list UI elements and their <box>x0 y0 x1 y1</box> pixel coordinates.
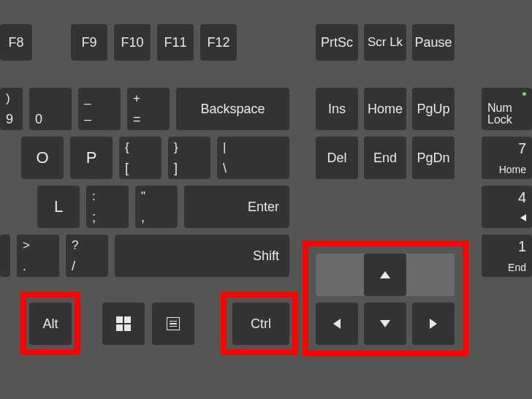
key-num4[interactable]: 4 <box>482 186 532 228</box>
key-del[interactable]: Del <box>316 137 358 179</box>
key-arrow-right[interactable] <box>412 303 455 345</box>
key-f11[interactable]: F11 <box>157 24 194 61</box>
key-period[interactable]: > . <box>17 235 59 277</box>
key-arrow-down[interactable] <box>364 303 406 345</box>
numlock-led-icon <box>522 92 526 96</box>
key-semicolon-bot: ; <box>92 210 96 224</box>
key-lbracket-top: { <box>125 141 129 153</box>
key-o[interactable]: O <box>21 137 64 179</box>
key-shift-left-frag[interactable] <box>0 235 10 277</box>
key-backspace[interactable]: Backspace <box>176 88 289 130</box>
key-pgup[interactable]: PgUp <box>412 88 455 130</box>
key-rbracket-top: } <box>174 141 178 153</box>
key-f8[interactable]: F8 <box>0 24 32 61</box>
key-9-top: ) <box>6 92 10 104</box>
key-num1[interactable]: 1 End <box>482 235 532 277</box>
key-equals-bot: = <box>133 113 141 126</box>
key-num7-bot: Home <box>499 164 526 175</box>
key-0-bot: 0 <box>35 113 42 126</box>
key-9[interactable]: ) 9 <box>0 88 23 130</box>
num4-left-arrow-icon <box>520 214 526 221</box>
key-lbracket[interactable]: { [ <box>119 137 162 179</box>
key-period-top: > <box>23 239 30 251</box>
key-numlock[interactable]: Num Lock <box>482 88 532 130</box>
key-slash-top: ? <box>72 239 78 251</box>
key-ins[interactable]: Ins <box>316 88 358 130</box>
key-rbracket-bot: ] <box>174 162 178 175</box>
key-minus[interactable]: _ – <box>78 88 121 130</box>
key-home[interactable]: Home <box>364 88 406 130</box>
key-arrow-left[interactable] <box>316 303 358 345</box>
key-numlock-top: Num <box>487 102 512 114</box>
key-menu[interactable] <box>152 303 194 345</box>
arrow-up-icon <box>380 271 390 278</box>
key-arrow-up[interactable] <box>364 254 406 296</box>
context-menu-icon <box>167 317 180 330</box>
key-num7[interactable]: 7 Home <box>482 137 532 179</box>
key-equals[interactable]: + = <box>127 88 170 130</box>
key-num7-top: 7 <box>518 141 526 156</box>
key-slash[interactable]: ? / <box>66 235 108 277</box>
key-9-bot: 9 <box>6 113 13 126</box>
key-semicolon-top: : <box>92 190 96 202</box>
key-backslash-bot: \ <box>223 162 227 175</box>
key-alt[interactable]: Alt <box>29 303 72 345</box>
windows-logo-icon <box>116 316 131 331</box>
key-shift[interactable]: Shift <box>115 235 289 277</box>
key-f9[interactable]: F9 <box>71 24 107 61</box>
key-ctrl[interactable]: Ctrl <box>232 303 289 345</box>
key-pgdn[interactable]: PgDn <box>412 137 455 179</box>
key-windows[interactable] <box>102 303 145 345</box>
key-quote-top: " <box>141 190 145 202</box>
key-prtsc[interactable]: PrtSc <box>316 24 358 61</box>
key-period-bot: . <box>23 259 26 273</box>
key-slash-bot: / <box>72 259 75 273</box>
key-p[interactable]: P <box>70 137 113 179</box>
key-backslash-top: | <box>223 141 226 153</box>
arrow-left-icon <box>333 319 341 329</box>
key-minus-bot: – <box>84 113 91 126</box>
key-enter[interactable]: Enter <box>184 186 289 228</box>
key-num4-top: 4 <box>518 190 526 205</box>
arrow-down-icon <box>380 320 390 327</box>
arrow-right-icon <box>430 319 437 329</box>
key-l[interactable]: L <box>37 186 80 228</box>
key-num1-bot: End <box>508 262 526 273</box>
key-pause[interactable]: Pause <box>412 24 455 61</box>
key-scrlk[interactable]: Scr Lk <box>364 24 406 61</box>
key-semicolon[interactable]: : ; <box>86 186 129 228</box>
key-0[interactable]: 0 <box>29 88 72 130</box>
key-equals-top: + <box>133 92 140 104</box>
key-minus-top: _ <box>84 92 91 104</box>
key-end[interactable]: End <box>364 137 406 179</box>
key-quote[interactable]: " , <box>135 186 178 228</box>
key-numlock-bot: Lock <box>487 114 512 126</box>
key-num1-top: 1 <box>518 239 526 254</box>
key-lbracket-bot: [ <box>125 162 129 175</box>
key-rbracket[interactable]: } ] <box>168 137 210 179</box>
key-f12[interactable]: F12 <box>200 24 237 61</box>
key-f10[interactable]: F10 <box>114 24 151 61</box>
key-backslash[interactable]: | \ <box>217 137 289 179</box>
key-quote-bot: , <box>141 210 145 224</box>
